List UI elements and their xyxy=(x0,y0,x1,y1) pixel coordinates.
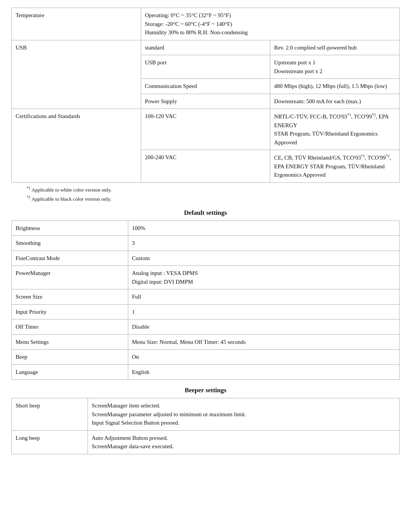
powermanager-value: Analog input : VESA DPMSDigital input: D… xyxy=(128,266,399,289)
beep-label: Beep xyxy=(12,350,128,365)
screensize-value: Full xyxy=(128,289,399,305)
table-row-menusettings: Menu Settings Menu Size: Normal, Menu Of… xyxy=(12,334,400,350)
table-row-short-beep: Short beep ScreenManager item selected. … xyxy=(12,398,400,431)
usb-speed-sub: Communication Speed xyxy=(141,79,270,94)
usb-port-value: Upstream port x 1Downstream port x 2 xyxy=(270,55,400,79)
table-row-powermanager: PowerManager Analog input : VESA DPMSDig… xyxy=(12,266,400,289)
default-settings-title: Default settings xyxy=(11,209,400,217)
table-row-inputpriority: Input Priority 1 xyxy=(12,304,400,320)
table-row-offtimer: Off Timer Disable xyxy=(12,320,400,335)
table-row-usb-standard: USB standard Rev. 2.0 complied self-powe… xyxy=(12,40,400,55)
cert-100-sub: 100-120 VAC xyxy=(141,109,270,150)
temperature-label: Temperature xyxy=(12,8,141,40)
short-beep-label: Short beep xyxy=(12,398,88,431)
inputpriority-label: Input Priority xyxy=(12,304,128,320)
table-row-long-beep: Long beep Auto Adjustment Button pressed… xyxy=(12,430,400,454)
language-label: Language xyxy=(12,364,128,380)
temperature-value: Operating: 0°C ~ 35°C (32°F ~ 95°F) Stor… xyxy=(141,8,399,40)
smoothing-label: Smoothing xyxy=(12,236,128,251)
cert-100-value: NRTL/C-TÜV, FCC-B, TCO'03*1, TCO'99*2, E… xyxy=(270,109,400,150)
brightness-value: 100% xyxy=(128,220,399,236)
offtimer-value: Disable xyxy=(128,320,399,335)
finecontrast-value: Custom xyxy=(128,251,399,266)
cert-200-value: CE, CB, TÜV Rheinland/GS, TCO'03*1, TCO'… xyxy=(270,150,400,183)
beep-value: On xyxy=(128,350,399,365)
table-row-finecontrast: FineContrast Mode Custom xyxy=(12,251,400,266)
usb-label: USB xyxy=(12,40,141,109)
usb-standard-value: Rev. 2.0 complied self-powered hub xyxy=(270,40,400,55)
table-row-smoothing: Smoothing 3 xyxy=(12,236,400,251)
brightness-label: Brightness xyxy=(12,220,128,236)
menusettings-value: Menu Size: Normal, Menu Off Timer: 45 se… xyxy=(128,334,399,350)
table-row-brightness: Brightness 100% xyxy=(12,220,400,236)
usb-power-value: Downstream: 500 mA for each (max.) xyxy=(270,94,400,109)
beeper-settings-title: Beeper settings xyxy=(11,387,400,394)
inputpriority-value: 1 xyxy=(128,304,399,320)
table-row-beep: Beep On xyxy=(12,350,400,365)
usb-standard-sub: standard xyxy=(141,40,270,55)
certifications-label: Certifications and Standards xyxy=(12,109,141,183)
cert-200-sub: 200-240 VAC xyxy=(141,150,270,183)
usb-port-sub: USB port xyxy=(141,55,270,79)
language-value: English xyxy=(128,364,399,380)
default-settings-table: Brightness 100% Smoothing 3 FineContrast… xyxy=(11,220,400,380)
short-beep-value: ScreenManager item selected. ScreenManag… xyxy=(88,398,400,431)
table-row-screensize: Screen Size Full xyxy=(12,289,400,305)
screensize-label: Screen Size xyxy=(12,289,128,305)
note-1: *1 Applicable to white color version onl… xyxy=(27,186,400,193)
smoothing-value: 3 xyxy=(128,236,399,251)
note-2: *2 Applicable to black color version onl… xyxy=(27,195,400,202)
offtimer-label: Off Timer xyxy=(12,320,128,335)
menusettings-label: Menu Settings xyxy=(12,334,128,350)
long-beep-value: Auto Adjustment Button pressed. ScreenMa… xyxy=(88,430,400,454)
long-beep-label: Long beep xyxy=(12,430,88,454)
powermanager-label: PowerManager xyxy=(12,266,128,289)
usb-speed-value: 480 Mbps (high), 12 Mbps (full), 1.5 Mbp… xyxy=(270,79,400,94)
specs-table: Temperature Operating: 0°C ~ 35°C (32°F … xyxy=(11,8,400,183)
finecontrast-label: FineContrast Mode xyxy=(12,251,128,266)
table-row-cert-100: Certifications and Standards 100-120 VAC… xyxy=(12,109,400,150)
table-row-language: Language English xyxy=(12,364,400,380)
beeper-settings-table: Short beep ScreenManager item selected. … xyxy=(11,398,400,454)
usb-power-sub: Power Supply xyxy=(141,94,270,109)
table-row-temperature: Temperature Operating: 0°C ~ 35°C (32°F … xyxy=(12,8,400,40)
